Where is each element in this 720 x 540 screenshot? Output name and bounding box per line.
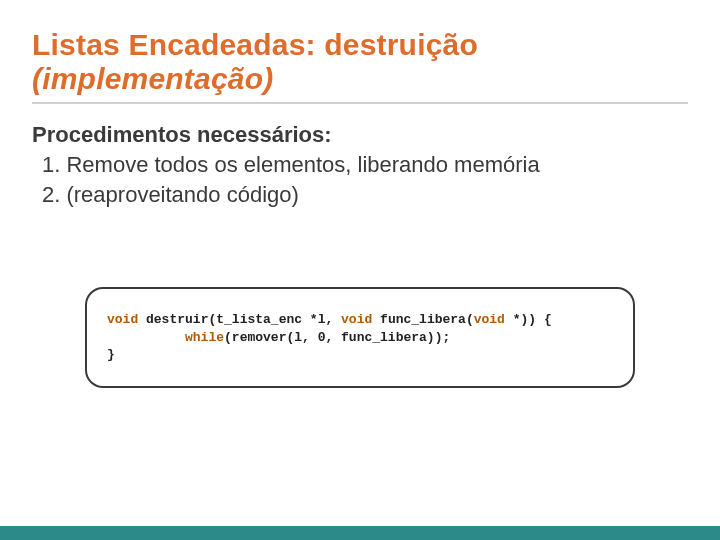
keyword-void: void [341,312,372,327]
procedures-heading: Procedimentos necessários: [32,122,688,148]
code-text: (remover(l, 0, func_libera)); [224,330,450,345]
slide-title: Listas Encadeadas: destruição (implement… [32,28,688,96]
title-underline [32,102,688,104]
procedure-item-2: 2. (reaproveitando código) [32,180,688,210]
title-main: Listas Encadeadas: destruição [32,28,478,61]
code-block: void destruir(t_lista_enc *l, void func_… [85,287,635,388]
keyword-void: void [474,312,505,327]
code-text: *)) { [505,312,552,327]
footer-bar [0,526,720,540]
title-implementation: (implementação) [32,62,273,95]
code-text: } [107,347,115,362]
slide-container: Listas Encadeadas: destruição (implement… [0,0,720,540]
code-indent [107,330,185,345]
keyword-while: while [185,330,224,345]
code-content: void destruir(t_lista_enc *l, void func_… [107,311,613,364]
code-text: func_libera( [372,312,473,327]
keyword-void: void [107,312,138,327]
code-text: destruir(t_lista_enc *l, [138,312,341,327]
procedure-item-1: 1. Remove todos os elementos, liberando … [32,150,688,180]
